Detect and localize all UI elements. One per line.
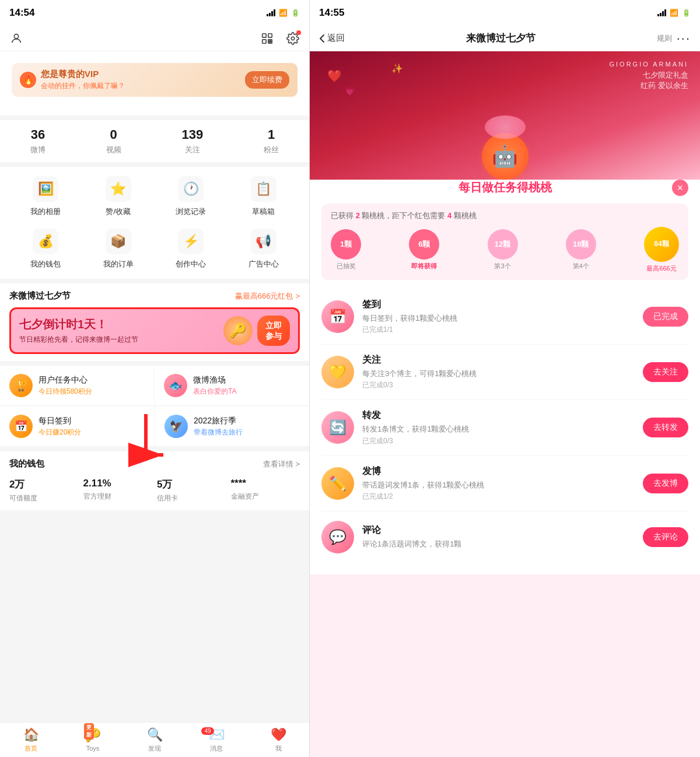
more-button[interactable]: ···	[677, 31, 691, 46]
task-comment-icon: 💬	[321, 521, 354, 553]
wallet-credit-amount: 5万	[157, 478, 226, 491]
grid-orders[interactable]: 📦 我的订单	[82, 229, 155, 269]
left-time: 14:54	[9, 7, 34, 19]
toys-update-badge: 更新	[84, 723, 94, 740]
task-checkin-button[interactable]: 已完成	[643, 307, 688, 327]
left-status-icons: 📶 🔋	[267, 9, 300, 17]
back-button[interactable]: 返回	[319, 33, 345, 44]
task-checkin-icon-right: 📅	[321, 300, 354, 333]
right-wifi-icon: 📶	[670, 9, 678, 17]
messages-icon: ✉️49	[209, 727, 225, 742]
peach-bubble-5: 84颗 最高666元	[644, 227, 679, 273]
discover-icon: 🔍	[147, 727, 163, 742]
task-fishpond-icon: 🐟	[164, 374, 187, 397]
stat-following[interactable]: 139 关注	[182, 127, 204, 155]
svg-rect-1	[262, 33, 266, 37]
festival-right[interactable]: 赢最高666元红包 >	[235, 291, 300, 302]
stat-weibo[interactable]: 36 微博	[30, 127, 46, 155]
nav-messages-label: 消息	[210, 744, 223, 753]
orders-icon: 📦	[106, 229, 131, 254]
stat-following-label: 关注	[185, 145, 200, 155]
wallet-detail[interactable]: 查看详情 >	[263, 459, 300, 469]
nav-discover[interactable]: 🔍 发现	[124, 727, 186, 753]
task-comment-desc: 评论1条活题词博文，获得1颗	[362, 539, 635, 549]
festival-decoration: 🔑	[223, 316, 253, 345]
vip-banner[interactable]: 🔥 您是尊贵的VIP 会动的挂件，你佩戴了嘛？ 立即续费	[12, 63, 298, 97]
task-repost-info: 转发 转发1条博文，获得1颗爱心桃桃 已完成0/3	[362, 409, 635, 446]
mascot: 🤖	[476, 110, 534, 180]
festival-banner-text: 七夕倒计时1天！ 节日精彩抢先看，记得来微博一起过节	[19, 317, 138, 345]
close-button[interactable]: ✕	[672, 180, 688, 196]
stat-video[interactable]: 0 视频	[106, 127, 121, 155]
task-repost-button[interactable]: 去转发	[643, 418, 688, 437]
signal-icon	[267, 9, 275, 16]
task-fishpond-desc: 表白你爱的TA	[193, 387, 300, 397]
right-nav: 返回 来微博过七夕节 规则 ···	[310, 26, 700, 51]
grid-album[interactable]: 🖼️ 我的相册	[9, 176, 82, 217]
task-post-button[interactable]: 去发博	[643, 474, 688, 493]
scan-icon[interactable]	[260, 31, 274, 45]
task-checkin-progress: 已完成1/1	[362, 325, 635, 335]
peach-bubble-4: 18颗 第4个	[566, 229, 596, 271]
bubble-label-4: 第4个	[573, 262, 589, 271]
create-label: 创作中心	[176, 259, 206, 269]
wallet-credit-label: 信用卡	[157, 493, 226, 503]
hero-subtitle2: 红药 爱以余生	[609, 80, 688, 91]
svg-rect-7	[271, 41, 272, 43]
svg-rect-3	[262, 39, 266, 43]
task-user-center[interactable]: 🏆 用户任务中心 今日待领580积分	[0, 366, 155, 406]
task-repost-name: 转发	[362, 409, 635, 422]
nav-messages[interactable]: ✉️49 消息	[186, 727, 247, 753]
vip-subtitle: 会动的挂件，你佩戴了嘛？	[41, 81, 125, 91]
festival-banner[interactable]: 七夕倒计时1天！ 节日精彩抢先看，记得来微博一起过节 🔑 立即 参与	[9, 307, 300, 354]
bubble-18颗: 18颗	[566, 229, 596, 260]
festival-prize: 赢最高666元红包	[235, 291, 293, 302]
task-follow-button[interactable]: 去关注	[643, 362, 688, 382]
svg-point-0	[14, 34, 18, 38]
draft-label: 草稿箱	[252, 206, 275, 217]
svg-point-8	[291, 37, 295, 40]
peach-bubble-2: 6颗 即将获得	[409, 229, 439, 271]
mascot-blush	[485, 115, 526, 139]
task-comment-info: 评论 评论1条活题词博文，获得1颗	[362, 524, 635, 549]
likes-label: 赞/收藏	[106, 206, 131, 217]
vip-left: 🔥 您是尊贵的VIP 会动的挂件，你佩戴了嘛？	[20, 69, 125, 91]
peach-bubble-3: 12颗 第3个	[488, 229, 518, 271]
wallet-title: 我的钱包	[9, 458, 44, 469]
vip-title: 您是尊贵的VIP	[41, 69, 125, 80]
task-repost-progress: 已完成0/3	[362, 436, 635, 446]
profile-icon[interactable]	[9, 31, 23, 45]
grid-create[interactable]: ⚡ 创作中心	[155, 229, 228, 269]
wallet-icon: 💰	[33, 229, 58, 254]
left-status-bar: 14:54 📶 🔋	[0, 0, 309, 26]
grid-draft[interactable]: 📋 草稿箱	[228, 176, 300, 217]
wallet-borrow-label: 可借额度	[9, 493, 79, 503]
task-row-post: ✏️ 发博 带话题词发博1条，获得1颗爱心桃桃 已完成1/2 去发博	[321, 456, 688, 511]
festival-participate-button[interactable]: 立即 参与	[257, 316, 290, 346]
wallet-borrow[interactable]: 2万 可借额度	[9, 478, 79, 503]
likes-icon: ⭐	[106, 176, 131, 202]
nav-me[interactable]: ❤️ 我	[247, 727, 309, 753]
vip-renew-button[interactable]: 立即续费	[245, 71, 289, 89]
grid-ads[interactable]: 📢 广告中心	[228, 229, 300, 269]
nav-home[interactable]: 🏠 首页	[0, 727, 62, 753]
task-comment-button[interactable]: 去评论	[643, 527, 688, 547]
bubble-6颗: 6颗	[409, 229, 439, 260]
grid-history[interactable]: 🕐 浏览记录	[155, 176, 228, 217]
nav-toys[interactable]: 更新 🔑 Toys	[62, 728, 124, 752]
heart-deco-1: ❤️	[327, 69, 342, 83]
popup-title: 每日做任务得桃桃	[459, 180, 552, 195]
task-user-center-info: 用户任务中心 今日待领580积分	[38, 375, 145, 397]
wallet-assets[interactable]: **** 金融资产	[231, 478, 300, 503]
festival-title: 来微博过七夕节	[9, 290, 71, 302]
grid-wallet[interactable]: 💰 我的钱包	[9, 229, 82, 269]
festival-header: 来微博过七夕节 赢最高666元红包 >	[9, 290, 300, 302]
settings-icon[interactable]	[286, 31, 300, 45]
task-checkin-info-right: 签到 每日签到，获得1颗爱心桃桃 已完成1/1	[362, 299, 635, 335]
grid-likes[interactable]: ⭐ 赞/收藏	[82, 176, 155, 217]
wallet-finance[interactable]: 2.11% 官方理财	[83, 478, 153, 503]
wallet-credit[interactable]: 5万 信用卡	[157, 478, 226, 503]
task-fishpond[interactable]: 🐟 微博渔场 表白你爱的TA	[155, 366, 309, 406]
rules-button[interactable]: 规则	[657, 33, 672, 44]
stat-fans[interactable]: 1 粉丝	[264, 127, 279, 155]
